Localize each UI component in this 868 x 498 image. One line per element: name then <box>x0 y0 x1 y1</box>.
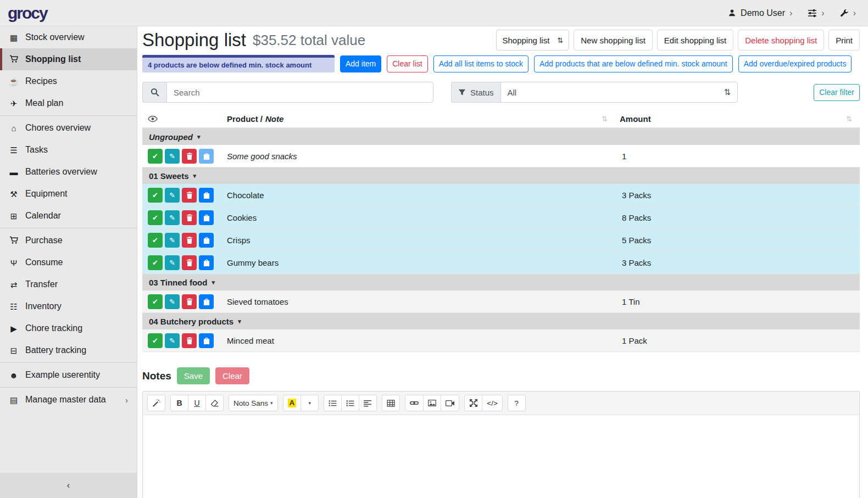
style-magic-button[interactable] <box>147 395 165 411</box>
clear-list-button[interactable]: Clear list <box>387 55 427 72</box>
sidebar-item-consume[interactable]: Ψ Consume <box>0 251 137 273</box>
ordered-list-button[interactable] <box>341 395 359 411</box>
edit-item-button[interactable]: ✎ <box>165 210 180 225</box>
group-header-tinned-food[interactable]: 03 Tinned food ▾ <box>142 274 860 290</box>
add-to-stock-button[interactable] <box>199 255 214 270</box>
print-button[interactable]: Print <box>828 30 860 51</box>
delete-item-button[interactable] <box>182 149 197 164</box>
add-item-button[interactable]: Add item <box>340 55 381 72</box>
mark-done-button[interactable]: ✔ <box>148 333 163 348</box>
mark-done-button[interactable]: ✔ <box>148 149 163 164</box>
add-to-stock-button[interactable] <box>199 294 214 309</box>
edit-item-button[interactable]: ✎ <box>165 333 180 348</box>
sidebar-item-batteries-overview[interactable]: ▬ Batteries overview <box>0 161 137 183</box>
visibility-column-header[interactable] <box>142 115 222 122</box>
shopping-list-row: ✔ ✎ Gummy bears 3 Packs <box>142 251 860 274</box>
sidebar-item-recipes[interactable]: ☕ Recipes <box>0 70 137 92</box>
group-header-ungrouped[interactable]: Ungrouped ▾ <box>142 128 860 145</box>
edit-item-button[interactable]: ✎ <box>165 255 180 270</box>
sidebar-item-calendar[interactable]: ⊞ Calendar <box>0 205 137 227</box>
fullscreen-button[interactable] <box>464 395 482 411</box>
user-menu[interactable]: Demo User › <box>728 8 792 18</box>
sidebar-item-inventory[interactable]: ☷ Inventory <box>0 295 137 317</box>
search-input[interactable] <box>166 82 433 103</box>
sidebar-item-chore-tracking[interactable]: ▶ Chore tracking <box>0 317 137 339</box>
app-logo[interactable]: grocy <box>0 4 137 23</box>
delete-item-button[interactable] <box>182 233 197 248</box>
admin-tools-menu[interactable]: › <box>840 9 856 18</box>
check-icon: ✔ <box>152 214 158 222</box>
settings-menu[interactable]: › <box>808 9 824 18</box>
delete-item-button[interactable] <box>182 255 197 270</box>
sidebar-item-tasks[interactable]: ☰ Tasks <box>0 139 137 161</box>
sidebar-item-equipment[interactable]: ⚒ Equipment <box>0 183 137 205</box>
group-header-butchery-products[interactable]: 04 Butchery products ▾ <box>142 313 860 329</box>
code-view-button[interactable]: </> <box>482 395 503 411</box>
add-to-stock-button[interactable] <box>199 210 214 225</box>
add-to-stock-button[interactable] <box>199 333 214 348</box>
delete-shopping-list-button[interactable]: Delete shopping list <box>738 30 824 51</box>
text-color-caret-button[interactable]: ▾ <box>301 395 319 411</box>
group-header-sweets[interactable]: 01 Sweets ▾ <box>142 167 860 184</box>
sidebar-divider <box>0 387 137 388</box>
caret-down-icon: ▾ <box>309 400 311 406</box>
delete-item-button[interactable] <box>182 294 197 309</box>
bold-button[interactable]: B <box>170 395 188 411</box>
delete-item-button[interactable] <box>182 210 197 225</box>
edit-item-button[interactable]: ✎ <box>165 188 180 203</box>
main-content: Shopping list $35.52 total value Shoppin… <box>137 26 868 498</box>
paragraph-align-button[interactable] <box>359 395 377 411</box>
new-shopping-list-button[interactable]: New shopping list <box>574 30 653 51</box>
notes-clear-button[interactable]: Clear <box>215 367 249 384</box>
mark-done-button[interactable]: ✔ <box>148 233 163 248</box>
mark-done-button[interactable]: ✔ <box>148 210 163 225</box>
sidebar-item-label: Example userentity <box>25 370 100 380</box>
table-button[interactable] <box>382 395 400 411</box>
status-select[interactable]: All ⇅ <box>500 82 738 103</box>
sidebar-item-purchase[interactable]: Purchase <box>0 230 137 251</box>
delete-item-button[interactable] <box>182 333 197 348</box>
notes-editor-area[interactable] <box>143 415 859 498</box>
clear-formatting-button[interactable] <box>205 395 224 411</box>
sidebar-item-battery-tracking[interactable]: ⊟ Battery tracking <box>0 339 137 361</box>
sidebar-item-chores-overview[interactable]: ⌂ Chores overview <box>0 117 137 139</box>
edit-shopping-list-button[interactable]: Edit shopping list <box>657 30 733 51</box>
sidebar-item-example-userentity[interactable]: ☻ Example userentity <box>0 364 137 386</box>
sidebar-item-meal-plan[interactable]: ✈ Meal plan <box>0 92 137 114</box>
mark-done-button[interactable]: ✔ <box>148 255 163 270</box>
add-overdue-button[interactable]: Add overdue/expired products <box>738 55 852 72</box>
notes-save-button[interactable]: Save <box>177 367 210 384</box>
below-min-stock-banner[interactable]: 4 products are below defined min. stock … <box>142 55 335 72</box>
sidebar-item-shopping-list[interactable]: Shopping list <box>0 48 137 70</box>
picture-button[interactable] <box>423 395 441 411</box>
edit-item-button[interactable]: ✎ <box>165 149 180 164</box>
link-button[interactable] <box>405 395 424 411</box>
delete-item-button[interactable] <box>182 188 197 203</box>
shopping-list-select[interactable]: Shopping list ⇅ <box>496 30 569 51</box>
unordered-list-button[interactable] <box>324 395 342 411</box>
help-button[interactable]: ? <box>508 395 526 411</box>
amount-column-header[interactable]: Amount ⇅ <box>615 114 860 124</box>
edit-item-button[interactable]: ✎ <box>165 233 180 248</box>
add-below-min-button[interactable]: Add products that are below defined min.… <box>534 55 733 72</box>
clear-filter-button[interactable]: Clear filter <box>814 84 860 101</box>
add-to-stock-button[interactable] <box>199 188 214 203</box>
add-to-stock-button[interactable] <box>199 149 214 164</box>
sidebar-item-transfer[interactable]: ⇄ Transfer <box>0 273 137 295</box>
font-family-button[interactable]: Noto Sans ▾ <box>229 395 278 411</box>
sidebar-item-stock-overview[interactable]: ▦ Stock overview <box>0 26 137 48</box>
search-icon <box>151 88 159 97</box>
edit-item-button[interactable]: ✎ <box>165 294 180 309</box>
product-column-header[interactable]: Product / Note ⇅ <box>222 114 615 124</box>
sidebar-collapse-button[interactable]: ‹ <box>0 473 137 498</box>
sidebar-item-manage-master-data[interactable]: ▤ Manage master data › <box>0 389 137 411</box>
underline-button[interactable]: U <box>188 395 206 411</box>
text-color-button[interactable]: A <box>283 395 302 411</box>
sidebar-item-label: Battery tracking <box>25 345 86 355</box>
mark-done-button[interactable]: ✔ <box>148 188 163 203</box>
mark-done-button[interactable]: ✔ <box>148 294 163 309</box>
add-all-to-stock-button[interactable]: Add all list items to stock <box>433 55 528 72</box>
add-to-stock-button[interactable] <box>199 233 214 248</box>
group-name: 01 Sweets <box>149 171 189 181</box>
video-button[interactable] <box>441 395 459 411</box>
